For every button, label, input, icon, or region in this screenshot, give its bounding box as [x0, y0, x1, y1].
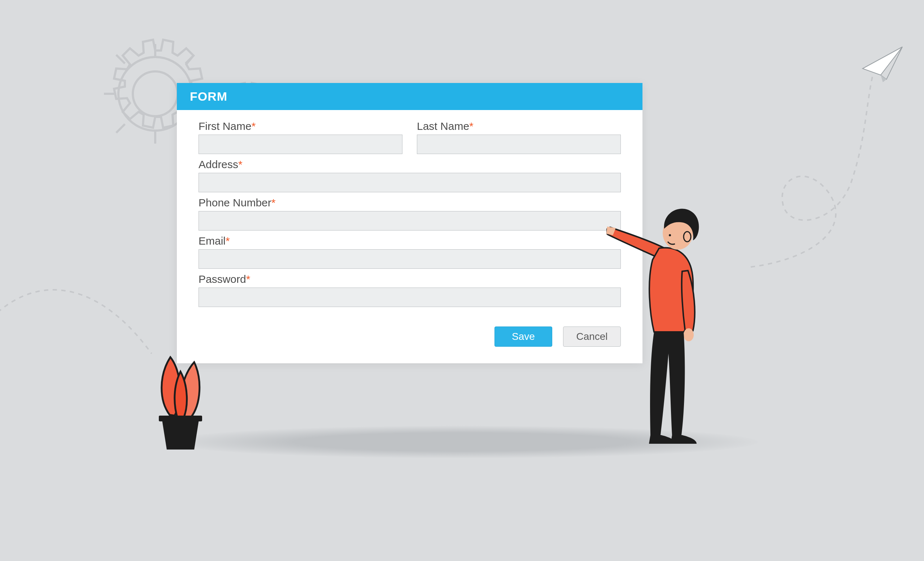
form-title: FORM [177, 83, 642, 110]
decoration-dash-right [722, 43, 910, 274]
phone-input[interactable] [198, 211, 621, 230]
save-button[interactable]: Save [495, 326, 552, 347]
svg-marker-4 [880, 75, 886, 82]
email-input[interactable] [198, 249, 621, 269]
svg-point-7 [663, 217, 693, 250]
cancel-button[interactable]: Cancel [563, 326, 621, 347]
first-name-label: First Name* [198, 120, 402, 132]
svg-point-0 [133, 72, 178, 116]
ground-shadow [166, 426, 758, 458]
last-name-label: Last Name* [417, 120, 621, 132]
svg-point-10 [684, 328, 694, 341]
email-label: Email* [198, 235, 621, 247]
first-name-input[interactable] [198, 135, 402, 154]
password-input[interactable] [198, 287, 621, 307]
address-label: Address* [198, 159, 621, 171]
svg-point-8 [669, 234, 671, 236]
address-input[interactable] [198, 173, 621, 192]
svg-rect-5 [159, 416, 202, 421]
password-label: Password* [198, 273, 621, 285]
last-name-input[interactable] [417, 135, 621, 154]
phone-label: Phone Number* [198, 197, 621, 209]
decoration-dash-left [0, 260, 166, 404]
paper-plane-icon [862, 47, 902, 82]
form-card: FORM First Name* Last Name* Address* [177, 83, 642, 363]
svg-marker-2 [862, 47, 902, 75]
svg-marker-3 [880, 47, 902, 79]
svg-point-9 [684, 232, 691, 242]
